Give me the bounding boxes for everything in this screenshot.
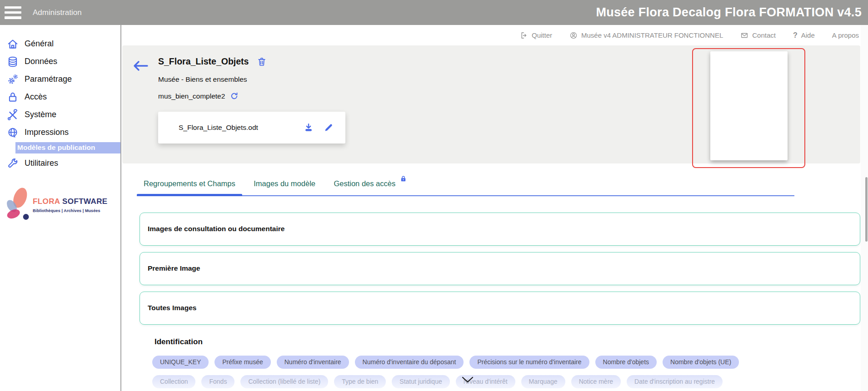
wrench-icon: [7, 158, 19, 169]
database-icon: [7, 56, 19, 68]
scrollbar: [861, 25, 868, 391]
back-button[interactable]: [132, 60, 149, 72]
table-name: mus_bien_complete2: [158, 92, 225, 100]
user-label: Musée v4 ADMINISTRATEUR FONCTIONNEL: [581, 31, 723, 39]
home-icon: [7, 38, 19, 50]
brand-tagline: Bibliothèques | Archives | Musées: [33, 208, 108, 213]
help-label: Aide: [801, 31, 815, 39]
field-chip[interactable]: Numéro d'inventaire: [277, 356, 349, 369]
identification-heading: Identification: [155, 337, 860, 346]
page-title: S_Flora_Liste_Objets: [158, 56, 249, 67]
field-chip-row-1: UNIQUE_KEYPréfixe muséeNuméro d'inventai…: [152, 356, 860, 369]
scrollbar-thumb[interactable]: [865, 177, 868, 242]
group-label: Toutes Images: [148, 304, 196, 312]
sidebar-item-label: Général: [25, 39, 54, 49]
sidebar: Général Données Paramétrage: [0, 25, 121, 391]
tab-bar: Regroupements et Champs Images du modèle…: [137, 175, 868, 196]
sidebar-item-label: Données: [25, 57, 57, 66]
field-chip[interactable]: Marquage: [521, 375, 565, 388]
sidebar-item-label: Accès: [25, 92, 47, 102]
logout-icon: [520, 31, 528, 40]
field-chip[interactable]: Collection (libellé de liste): [240, 375, 328, 388]
section-title: Administration: [33, 8, 82, 17]
app-bar: Administration Musée Flora Decalog Flora…: [0, 0, 868, 25]
tab-regroupements-et-champs[interactable]: Regroupements et Champs: [137, 175, 242, 195]
about-label: A propos: [832, 31, 859, 39]
quit-label: Quitter: [532, 31, 552, 39]
brand-secondary: SOFTWARE: [62, 197, 108, 206]
field-chip[interactable]: Statut juridique: [392, 375, 449, 388]
lock-icon: [400, 175, 407, 184]
file-name: S_Flora_Liste_Objets.odt: [179, 124, 258, 132]
brand-primary: FLORA: [33, 197, 60, 206]
file-card: S_Flora_Liste_Objets.odt: [158, 112, 345, 144]
sidebar-item-label: Impressions: [25, 128, 69, 137]
field-chip[interactable]: Date d'inscription au registre: [627, 375, 723, 388]
gears-icon: [7, 74, 19, 85]
field-chip[interactable]: Collection: [152, 375, 195, 388]
tab-gestion-des-acces[interactable]: Gestion des accès: [327, 175, 413, 195]
tab-label: Regroupements et Champs: [144, 179, 235, 188]
flora-logo: FLORA SOFTWARE Bibliothèques | Archives …: [0, 184, 120, 226]
brand-text: FLORA SOFTWARE: [33, 197, 108, 206]
utility-bar: Quitter Musée v4 ADMINISTRATEUR FONCTION…: [122, 25, 868, 45]
group-label: Images de consultation ou documentaire: [148, 225, 284, 233]
sidebar-item-modeles-publication[interactable]: Modèles de publication: [15, 142, 120, 153]
about-button[interactable]: A propos: [832, 31, 859, 39]
field-chip[interactable]: Nombre d'objets (UE): [663, 356, 739, 369]
sidebar-item-impressions[interactable]: Impressions: [0, 124, 120, 141]
field-chip[interactable]: Nombre d'objets: [595, 356, 657, 369]
document-category: Musée - Biens et ensembles: [158, 75, 247, 84]
preview-highlight: [692, 48, 805, 168]
contact-label: Contact: [752, 31, 776, 39]
document-header: S_Flora_Liste_Objets Musée - Biens et en…: [122, 45, 860, 163]
scroll-down-chevron[interactable]: [462, 376, 474, 385]
sidebar-item-systeme[interactable]: Système: [0, 106, 120, 124]
sidebar-item-parametrage[interactable]: Paramétrage: [0, 70, 120, 88]
sidebar-item-label: Système: [25, 110, 56, 119]
menu-icon[interactable]: [5, 6, 21, 19]
user-menu[interactable]: Musée v4 ADMINISTRATEUR FONCTIONNEL: [569, 31, 723, 40]
tab-label: Gestion des accès: [334, 179, 395, 188]
contact-button[interactable]: Contact: [740, 31, 776, 40]
refresh-button[interactable]: [230, 92, 239, 100]
field-chip[interactable]: Préfixe musée: [215, 356, 270, 369]
sidebar-item-acces[interactable]: Accès: [0, 88, 120, 106]
sidebar-item-label: Utilitaires: [25, 158, 58, 168]
padlock-icon: [7, 91, 19, 103]
tools-icon: [7, 109, 19, 121]
download-button[interactable]: [304, 123, 314, 133]
sidebar-item-label: Paramétrage: [25, 74, 72, 84]
quit-button[interactable]: Quitter: [520, 31, 552, 40]
group-box[interactable]: Images de consultation ou documentaire: [140, 213, 860, 246]
envelope-icon: [740, 31, 748, 40]
help-button[interactable]: ? Aide: [793, 31, 815, 40]
refresh-icon: [230, 92, 239, 100]
field-chip[interactable]: UNIQUE_KEY: [152, 356, 209, 369]
field-chip[interactable]: Notice mère: [571, 375, 621, 388]
globe-icon: [7, 127, 19, 139]
edit-button[interactable]: [324, 123, 334, 133]
field-chip-row-2: CollectionFondsCollection (libellé de li…: [152, 375, 860, 388]
field-chip[interactable]: Type de bien: [334, 375, 386, 388]
sidebar-item-general[interactable]: Général: [0, 35, 120, 53]
tab-label: Images du modèle: [254, 179, 315, 188]
field-chip[interactable]: Numéro d'inventaire du déposant: [355, 356, 464, 369]
pencil-icon: [324, 123, 334, 133]
delete-button[interactable]: [257, 57, 267, 67]
trash-icon: [257, 57, 267, 67]
group-box[interactable]: Toutes Images: [140, 292, 860, 325]
group-label: Première Image: [148, 264, 200, 272]
group-list: Images de consultation ou documentaire P…: [140, 213, 860, 325]
sidebar-item-utilitaires[interactable]: Utilitaires: [0, 154, 120, 172]
group-box[interactable]: Première Image: [140, 252, 860, 285]
field-chip[interactable]: Fonds: [201, 375, 234, 388]
download-icon: [304, 123, 314, 133]
back-arrow-icon: [132, 60, 149, 72]
main-content: Quitter Musée v4 ADMINISTRATEUR FONCTION…: [122, 25, 868, 391]
sidebar-item-donnees[interactable]: Données: [0, 53, 120, 70]
preview-thumbnail[interactable]: [710, 51, 788, 160]
tab-images-du-modele[interactable]: Images du modèle: [247, 175, 322, 195]
flora-petals-icon: [2, 184, 31, 226]
field-chip[interactable]: Précisions sur le numéro d'inventaire: [469, 356, 589, 369]
